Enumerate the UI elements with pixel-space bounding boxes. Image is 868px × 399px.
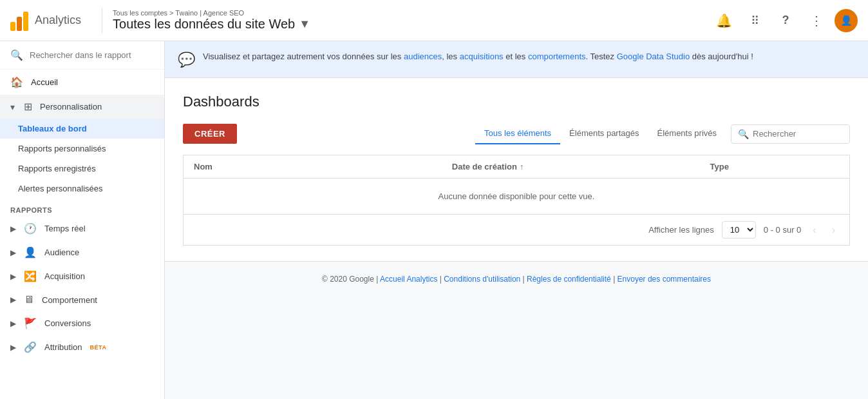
page-title: Toutes les données du site Web — [113, 17, 295, 32]
banner-link-datastudio[interactable]: Google Data Studio — [617, 52, 690, 61]
bell-icon: 🔔 — [716, 13, 732, 28]
sidebar-item-attribution[interactable]: ▶ 🔗 Attribution BÉTA — [0, 335, 164, 359]
person-icon: 👤 — [24, 246, 37, 258]
filter-tabs: Tous les éléments Éléments partagés Élém… — [475, 123, 726, 144]
sidebar-personnalisation-label: Personnalisation — [40, 102, 102, 112]
info-banner: 💬 Visualisez et partagez autrement vos d… — [165, 41, 868, 78]
breadcrumb-property: Twaino | Agence SEO — [175, 9, 244, 17]
banner-link-acquisitions[interactable]: acquisitions — [460, 52, 504, 61]
footer-link-conditions[interactable]: Conditions d'utilisation — [444, 275, 520, 284]
dashboards-toolbar: CRÉER Tous les éléments Éléments partagé… — [183, 123, 850, 144]
pagination-prev-button[interactable]: ‹ — [809, 222, 820, 238]
table-header-row: Nom Date de création ↑ Type — [184, 155, 849, 179]
flag-icon: 🚩 — [24, 317, 37, 329]
pagination-info: 0 - 0 sur 0 — [764, 225, 802, 235]
page-title-dropdown-icon[interactable]: ▼ — [299, 17, 310, 31]
info-banner-icon: 💬 — [178, 52, 195, 68]
sidebar-item-temps-reel[interactable]: ▶ 🕐 Temps réel — [0, 217, 164, 240]
dashboards-table: Nom Date de création ↑ Type Aucune donné… — [183, 155, 850, 246]
sidebar-acquisition-label: Acquisition — [44, 271, 85, 281]
sidebar-item-rapports-enr[interactable]: Rapports enregistrés — [0, 159, 164, 179]
chevron-right-icon-audience: ▶ — [10, 248, 16, 257]
chevron-right-icon-temps: ▶ — [10, 224, 16, 233]
sort-icon[interactable]: ↑ — [520, 162, 524, 171]
filter-tab-private[interactable]: Éléments privés — [648, 123, 726, 144]
banner-link-comportements[interactable]: comportements — [528, 52, 586, 61]
info-banner-text: Visualisez et partagez autrement vos don… — [203, 50, 753, 64]
header-actions: 🔔 ⠿ ? ⋮ 👤 — [711, 8, 858, 34]
more-options-button[interactable]: ⋮ — [804, 8, 829, 34]
breadcrumb-account[interactable]: Tous les comptes — [113, 9, 167, 17]
footer-link-accueil[interactable]: Accueil Analytics — [380, 275, 437, 284]
header-divider — [102, 8, 102, 34]
logo-area: Analytics — [10, 10, 81, 31]
help-icon: ? — [782, 14, 789, 27]
sidebar-item-rapports-perso[interactable]: Rapports personnalisés — [0, 139, 164, 159]
sidebar-item-tableaux[interactable]: Tableaux de bord — [0, 119, 164, 139]
sidebar-audience-label: Audience — [44, 248, 79, 257]
chevron-right-icon-conv: ▶ — [10, 319, 16, 328]
sidebar-temps-reel-label: Temps réel — [44, 224, 86, 233]
grid-small-icon: ⊞ — [24, 101, 32, 113]
table-footer: Afficher les lignes 10 25 50 0 - 0 sur 0… — [184, 215, 849, 245]
sidebar-item-conversions[interactable]: ▶ 🚩 Conversions — [0, 311, 164, 335]
sidebar-item-acquisition[interactable]: ▶ 🔀 Acquisition — [0, 264, 164, 288]
grid-icon: ⠿ — [751, 14, 759, 28]
beta-badge: BÉTA — [90, 344, 107, 351]
sidebar-rapports-enr-label: Rapports enregistrés — [18, 164, 96, 173]
main-layout: 🔍 🏠 Accueil ▾ ⊞ Personnalisation Tableau… — [0, 41, 868, 399]
footer-link-confidentialite[interactable]: Règles de confidentialité — [527, 275, 611, 284]
header-nav: Tous les comptes > Twaino | Agence SEO T… — [113, 9, 310, 32]
clock-icon: 🕐 — [24, 222, 37, 235]
acquire-icon: 🔀 — [24, 270, 37, 282]
apps-grid-button[interactable]: ⠿ — [742, 8, 768, 34]
sidebar-item-accueil[interactable]: 🏠 Accueil — [0, 70, 164, 95]
pagination-next-button[interactable]: › — [828, 222, 839, 238]
help-button[interactable]: ? — [773, 8, 798, 34]
filter-tab-all[interactable]: Tous les éléments — [475, 123, 560, 144]
creer-button[interactable]: CRÉER — [183, 124, 237, 144]
page-title-area: Toutes les données du site Web ▼ — [113, 17, 310, 32]
user-avatar[interactable]: 👤 — [835, 9, 858, 32]
table-col-type-header: Type — [710, 162, 839, 171]
footer-copyright: © 2020 Google — [322, 275, 374, 284]
sidebar-item-personnalisation[interactable]: ▾ ⊞ Personnalisation — [0, 95, 164, 119]
sidebar-search-input[interactable] — [30, 50, 154, 60]
banner-link-audiences[interactable]: audiences — [404, 52, 442, 61]
attribution-icon: 🔗 — [24, 341, 37, 353]
sidebar-comportement-label: Comportement — [42, 295, 97, 305]
table-col-name-header: Nom — [194, 162, 452, 171]
filter-tab-shared[interactable]: Éléments partagés — [560, 123, 648, 144]
avatar-icon: 👤 — [840, 15, 853, 26]
table-search-icon: 🔍 — [738, 129, 749, 139]
notifications-button[interactable]: 🔔 — [711, 8, 737, 34]
footer-link-commentaires[interactable]: Envoyer des commentaires — [618, 275, 711, 284]
sidebar-item-comportement[interactable]: ▶ 🖥 Comportement — [0, 288, 164, 311]
sidebar-rapports-section-label: RAPPORTS — [0, 199, 164, 217]
sidebar-item-audience[interactable]: ▶ 👤 Audience — [0, 240, 164, 264]
sidebar-search-icon: 🔍 — [10, 49, 23, 61]
monitor-icon: 🖥 — [24, 294, 34, 306]
chevron-right-icon-acquisition: ▶ — [10, 272, 16, 281]
content-body: Dashboards CRÉER Tous les éléments Éléme… — [165, 78, 868, 261]
sidebar-tableaux-label: Tableaux de bord — [18, 124, 87, 133]
sidebar-search-area: 🔍 — [0, 41, 164, 70]
table-search-area: 🔍 — [731, 124, 850, 144]
top-header: Analytics Tous les comptes > Twaino | Ag… — [0, 0, 868, 41]
sidebar-rapports-perso-label: Rapports personnalisés — [18, 144, 106, 153]
sidebar-accueil-label: Accueil — [31, 77, 58, 87]
sidebar-attribution-label: Attribution — [44, 342, 82, 352]
breadcrumb: Tous les comptes > Twaino | Agence SEO — [113, 9, 310, 17]
chevron-right-icon-attrib: ▶ — [10, 343, 16, 352]
sidebar-alertes-label: Alertes personnalisées — [18, 184, 103, 193]
sidebar: 🔍 🏠 Accueil ▾ ⊞ Personnalisation Tableau… — [0, 41, 165, 399]
chevron-right-icon-comport: ▶ — [10, 295, 16, 304]
rows-per-page-select[interactable]: 10 25 50 — [722, 221, 756, 238]
page-footer: © 2020 Google | Accueil Analytics | Cond… — [165, 261, 868, 297]
dashboards-title: Dashboards — [183, 93, 850, 110]
sidebar-conversions-label: Conversions — [44, 318, 91, 328]
sidebar-item-alertes[interactable]: Alertes personnalisées — [0, 179, 164, 199]
home-icon: 🏠 — [10, 76, 23, 88]
afficher-lignes-label: Afficher les lignes — [648, 225, 714, 235]
table-search-input[interactable] — [753, 129, 843, 139]
